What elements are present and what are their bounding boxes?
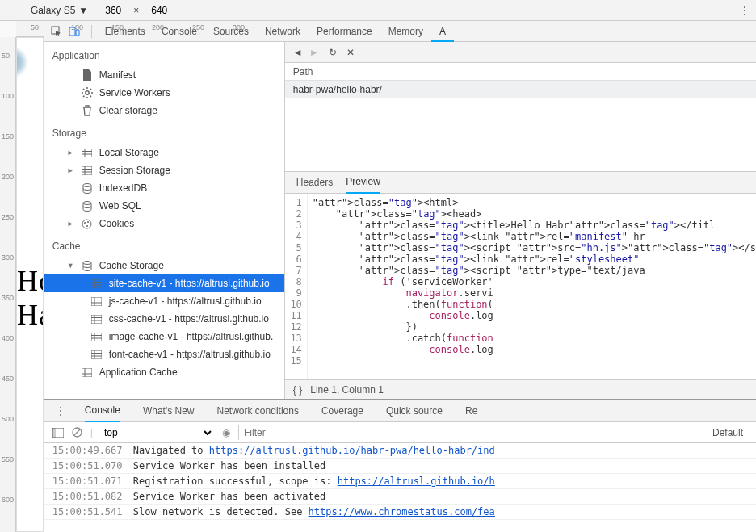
drawer-more-icon[interactable]: ⋮	[54, 400, 67, 421]
response-sub-tabs: HeadersPreview	[285, 171, 756, 194]
grid-icon	[82, 147, 93, 158]
section-storage: Storage	[44, 119, 284, 144]
svg-point-17	[86, 225, 88, 227]
hello-text: Hello Habr	[17, 264, 43, 332]
svg-rect-27	[91, 315, 102, 324]
drawer-tabs: ⋮ ConsoleWhat's NewNetwork conditionsCov…	[44, 400, 756, 422]
back-icon[interactable]: ◄	[293, 47, 303, 58]
section-cache: Cache	[44, 232, 284, 257]
path-column-header[interactable]: Path	[285, 63, 756, 81]
tab-network[interactable]: Network	[257, 21, 309, 42]
manifest-icon	[82, 69, 93, 81]
close-icon[interactable]: ✕	[346, 47, 355, 58]
sidebar-item[interactable]: ►Local Storage	[44, 144, 284, 161]
log-timestamp: 15:00:49.667	[52, 445, 133, 456]
log-message: Service Worker has been activated	[133, 491, 748, 502]
ruler-vertical: 50100150200250300350400450500550600	[0, 37, 16, 532]
sidebar-toggle-icon[interactable]	[52, 428, 64, 438]
grid-icon	[91, 349, 103, 360]
db-icon	[82, 200, 93, 212]
svg-point-15	[84, 222, 86, 224]
sidebar-item[interactable]: Web SQL	[44, 197, 284, 215]
sidebar-item[interactable]: ►Cookies	[44, 215, 284, 232]
device-select[interactable]: Galaxy S5 ▼	[31, 5, 88, 16]
svg-rect-4	[82, 149, 92, 157]
cache-storage-header[interactable]: ▼Cache Storage	[44, 257, 284, 274]
preview-code: 123456789101112131415 "attr">class="tag"…	[285, 194, 756, 379]
cache-entry[interactable]: js-cache-v1 - https://altrusl.github.io	[44, 292, 284, 310]
console-filter-bar: | top ◉ Default	[44, 422, 756, 443]
log-message: Navigated to https://altrusl.github.io/h…	[133, 445, 748, 456]
log-message: Registration successful, scope is: https…	[133, 475, 748, 487]
application-sidebar: ApplicationManifestService WorkersClear …	[44, 42, 285, 399]
chevron-down-icon: ▼	[78, 5, 88, 16]
level-select[interactable]: Default	[712, 427, 748, 438]
svg-point-12	[83, 183, 91, 186]
svg-rect-44	[52, 428, 56, 438]
tab-a[interactable]: A	[431, 21, 454, 42]
filter-input[interactable]	[238, 425, 400, 440]
sidebar-item[interactable]: Manifest	[44, 66, 284, 84]
cache-entry[interactable]: image-cache-v1 - https://altrusl.github.	[44, 328, 284, 346]
forward-icon[interactable]: ►	[309, 47, 319, 58]
cache-entry[interactable]: font-cache-v1 - https://altrusl.github.i…	[44, 346, 284, 363]
log-row: 15:00:51.070Service Worker has been inst…	[44, 459, 756, 474]
sub-tab-headers[interactable]: Headers	[296, 172, 333, 193]
tab-sources[interactable]: Sources	[205, 21, 257, 42]
detail-toolbar: ◄ ► ↻ ✕	[285, 42, 756, 63]
svg-rect-35	[91, 350, 102, 359]
drawer-tab-network-conditions[interactable]: Network conditions	[217, 400, 299, 421]
tab-elements[interactable]: Elements	[97, 21, 153, 42]
grid-icon	[82, 165, 93, 176]
tab-performance[interactable]: Performance	[309, 21, 380, 42]
gear-icon	[82, 87, 93, 98]
svg-rect-19	[91, 279, 102, 288]
log-message: Service Worker has been installed	[133, 460, 748, 471]
cache-entry[interactable]: site-cache-v1 - https://altrusl.github.i…	[44, 274, 284, 292]
device-toolbar: Galaxy S5 ▼ × ⋮	[0, 0, 756, 21]
tab-memory[interactable]: Memory	[380, 21, 431, 42]
svg-rect-23	[91, 297, 102, 306]
log-row: 15:00:49.667Navigated to https://altrusl…	[44, 443, 756, 459]
times-icon: ×	[133, 5, 139, 16]
device-height-input[interactable]	[144, 5, 174, 16]
cache-detail: ◄ ► ↻ ✕ Path habr-pwa/hello-habr/ Header…	[285, 42, 756, 399]
drawer-tab-re[interactable]: Re	[465, 400, 477, 421]
ruler-horizontal: 50100150200250300	[16, 21, 44, 37]
sidebar-item[interactable]: Service Workers	[44, 84, 284, 102]
cache-entry[interactable]: css-cache-v1 - https://altrusl.github.io	[44, 310, 284, 328]
grid-icon	[82, 367, 93, 378]
log-timestamp: 15:00:51.541	[52, 506, 133, 517]
log-row: 15:00:51.082Service Worker has been acti…	[44, 489, 756, 505]
inspect-icon[interactable]	[51, 26, 69, 37]
cursor-position: Line 1, Column 1	[310, 384, 384, 396]
drawer-tab-coverage[interactable]: Coverage	[321, 400, 363, 421]
log-message: Slow network is detected. See https://ww…	[133, 506, 748, 517]
paint-splash-decoration	[16, 46, 28, 78]
svg-rect-39	[82, 368, 92, 377]
braces-icon[interactable]: { }	[293, 384, 302, 396]
grid-icon	[91, 313, 103, 325]
svg-point-16	[87, 221, 89, 223]
clear-console-icon[interactable]	[72, 427, 82, 438]
log-timestamp: 15:00:51.082	[52, 491, 133, 502]
editor-status: { } Line 1, Column 1	[285, 379, 756, 399]
application-cache[interactable]: Application Cache	[44, 363, 284, 381]
drawer-tab-console[interactable]: Console	[85, 400, 120, 422]
console-log: 15:00:49.667Navigated to https://altrusl…	[44, 443, 756, 532]
svg-rect-31	[91, 333, 102, 341]
svg-line-46	[74, 429, 80, 435]
sidebar-item[interactable]: Clear storage	[44, 102, 284, 119]
eye-icon[interactable]: ◉	[222, 427, 230, 438]
drawer-tab-what's-new[interactable]: What's New	[143, 400, 195, 421]
device-width-input[interactable]	[98, 5, 128, 16]
refresh-icon[interactable]: ↻	[329, 47, 337, 58]
sub-tab-preview[interactable]: Preview	[346, 171, 380, 194]
sidebar-item[interactable]: IndexedDB	[44, 179, 284, 197]
drawer-tab-quick-source[interactable]: Quick source	[386, 400, 443, 421]
more-icon[interactable]: ⋮	[740, 5, 750, 16]
sidebar-item[interactable]: ►Session Storage	[44, 161, 284, 179]
path-row[interactable]: habr-pwa/hello-habr/	[285, 81, 756, 98]
page-canvas[interactable]: Hello Habr	[16, 37, 44, 532]
context-select[interactable]: top	[101, 426, 214, 439]
